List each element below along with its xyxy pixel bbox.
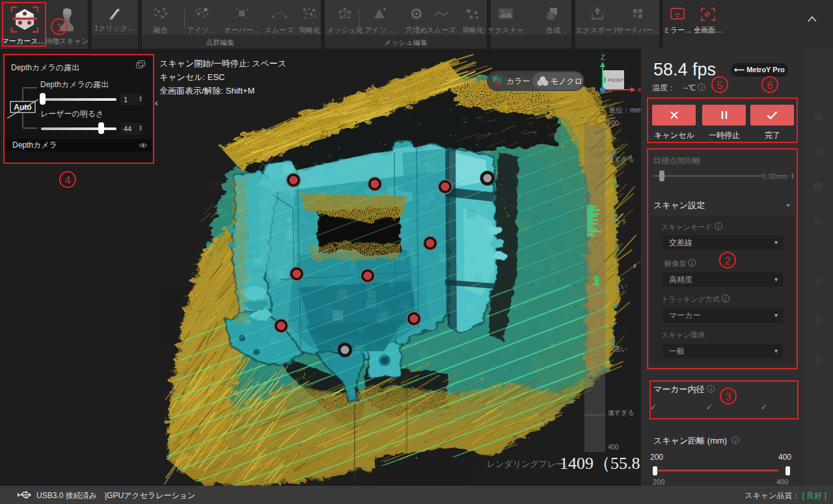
svg-text:遠すぎる: 遠すぎる bbox=[608, 409, 635, 416]
svg-text:近すぎる: 近すぎる bbox=[608, 155, 635, 163]
svg-text:ベスト: ベスト bbox=[608, 219, 628, 226]
svg-text:良い: 良い bbox=[614, 282, 627, 289]
svg-text:悪い: 悪い bbox=[614, 345, 627, 352]
svg-text:400: 400 bbox=[608, 444, 619, 451]
svg-text:Z: Z bbox=[601, 54, 605, 61]
svg-text:200: 200 bbox=[608, 120, 619, 127]
svg-text:FRONT: FRONT bbox=[608, 78, 624, 83]
